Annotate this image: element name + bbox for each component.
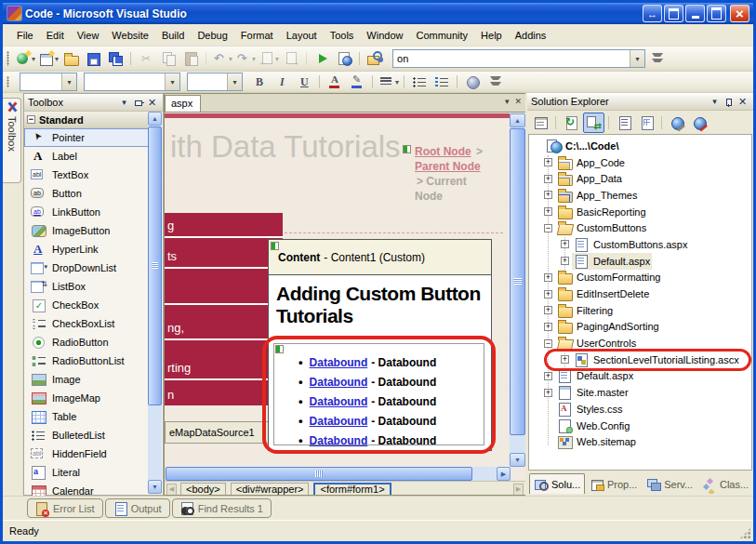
format-combo-3[interactable]: ▾ (187, 73, 243, 91)
panel-tab[interactable]: Serv... (642, 473, 697, 494)
output-tab[interactable]: Error List (27, 498, 103, 518)
toolbox-item[interactable]: LinkButton (24, 203, 149, 221)
foreground-color-button[interactable]: ▾ (325, 72, 346, 92)
tree-item[interactable]: CustomButtons.aspx (529, 236, 751, 253)
content-placeholder-header[interactable]: Content - Content1 (Custom) (269, 240, 491, 275)
copy-website-button[interactable] (583, 113, 604, 133)
menu-item[interactable]: Format (234, 27, 280, 44)
tree-item[interactable]: EditInsertDelete (529, 285, 751, 302)
tree-expander[interactable] (544, 290, 552, 299)
save-all-button[interactable]: ▾ (105, 48, 126, 69)
toolbox-item[interactable]: Label (24, 147, 149, 166)
scroll-down-button[interactable]: ▼ (510, 453, 525, 467)
output-tab[interactable]: Find Results 1 (172, 498, 272, 518)
format-combo-2[interactable]: ▾ (84, 73, 180, 91)
toolbox-item[interactable]: Button (24, 184, 149, 203)
toolbox-item[interactable]: Table (24, 407, 149, 426)
tree-expander[interactable] (544, 372, 552, 380)
minimize-button[interactable] (685, 5, 705, 22)
navigate-forward-button[interactable]: ▾ (281, 48, 302, 69)
combo-dropdown-button[interactable]: ▾ (165, 73, 179, 90)
toolbox-item[interactable]: BulletedList (24, 426, 149, 444)
paste-button[interactable]: ▾ (180, 48, 202, 69)
tree-item[interactable]: SectionLevelTutorialListing.ascx (529, 352, 751, 368)
combo-dropdown-button[interactable]: ▾ (630, 50, 644, 67)
scroll-right-button[interactable]: ▶ (497, 467, 511, 481)
search-combo-value[interactable]: on (393, 53, 630, 64)
refresh-button[interactable] (561, 113, 582, 133)
tree-item[interactable]: Web.sitemap (529, 433, 751, 450)
panel-tab[interactable]: Prop... (585, 473, 642, 494)
toolbox-item[interactable]: DropDownList (24, 259, 149, 277)
sidebar-menu-item[interactable]: rting (165, 340, 283, 378)
menu-item[interactable]: Window (360, 27, 409, 44)
tree-expander[interactable] (544, 175, 552, 183)
tag-nav-left-button[interactable]: ◀ (166, 484, 177, 496)
properties-button[interactable] (530, 113, 551, 133)
window-position-menu-button[interactable]: ▾ (708, 95, 722, 108)
bold-button[interactable]: ▾ (249, 72, 271, 92)
tree-item[interactable]: Web.Config (529, 418, 751, 434)
search-combo[interactable]: on ▾ (392, 49, 645, 68)
toolbox-item[interactable]: ListBox (24, 277, 149, 296)
scroll-up-button[interactable]: ▲ (148, 112, 162, 126)
maximize-button[interactable] (707, 5, 726, 22)
menu-item[interactable]: Layout (280, 27, 324, 44)
menu-item[interactable]: Debug (191, 27, 233, 44)
tree-item[interactable]: CustomFormatting (529, 270, 751, 286)
close-toolbox-button[interactable]: ✕ (145, 96, 159, 109)
toolbox-title-bar[interactable]: Toolbox ▾ ✕ (24, 94, 163, 112)
smart-tag-icon[interactable] (271, 242, 279, 250)
menu-item[interactable]: View (71, 27, 106, 44)
tree-item[interactable]: App_Data (529, 170, 751, 187)
cut-button[interactable]: ▾ (136, 48, 157, 69)
databound-link[interactable]: Databound (310, 395, 368, 408)
breadcrumb-root-link[interactable]: Root Node (415, 145, 471, 158)
document-tab[interactable]: aspx (165, 95, 201, 112)
open-file-button[interactable]: ▾ (60, 48, 82, 69)
close-document-button[interactable]: ✕ (514, 97, 522, 106)
toolbox-item[interactable]: ImageMap (24, 389, 149, 407)
sidebar-menu-item[interactable]: n (165, 380, 283, 405)
designer-vertical-scrollbar[interactable]: ▲ ▼ (510, 113, 525, 467)
menu-item[interactable]: Community (409, 27, 474, 44)
italic-button[interactable]: ▾ (272, 72, 293, 92)
sidebar-menu-item[interactable]: ng, (165, 305, 283, 338)
toolbar-overflow-button[interactable] (650, 49, 661, 68)
scroll-up-button[interactable]: ▲ (510, 113, 525, 127)
toolbox-scrollbar[interactable]: ▲ ▼ (148, 112, 162, 494)
dock-button[interactable] (664, 5, 683, 22)
format-combo-1[interactable]: ▾ (20, 73, 77, 91)
aspnet-configuration-button[interactable] (667, 113, 688, 133)
tree-item[interactable]: BasicReporting (529, 204, 751, 220)
menu-item[interactable]: Tools (324, 27, 361, 44)
tree-item[interactable]: Styles.css (529, 401, 751, 418)
scroll-down-button[interactable]: ▼ (148, 480, 162, 494)
tree-expander[interactable] (544, 323, 552, 331)
window-position-menu-button[interactable]: ▾ (117, 96, 131, 109)
toolbar-overflow-button[interactable] (488, 73, 499, 91)
tutorial-list-control[interactable]: Databound - Databound Databound - Databo… (273, 343, 484, 445)
tree-expander[interactable] (544, 224, 552, 232)
solution-explorer-title-bar[interactable]: Solution Explorer ▾ ✕ (527, 93, 753, 111)
numbered-list-button[interactable]: ▾ (431, 72, 453, 92)
tag-navigator-item[interactable]: <body> (180, 483, 226, 497)
close-button[interactable] (730, 5, 749, 22)
toolbox-side-tab[interactable]: Toolbox (3, 98, 21, 183)
databound-link[interactable]: Databound (310, 415, 368, 428)
smart-tag-icon[interactable] (275, 345, 284, 353)
tree-item[interactable]: CustomButtons (529, 219, 751, 236)
auto-hide-pin-button[interactable] (722, 95, 736, 108)
switch-windows-button[interactable] (643, 5, 662, 22)
underline-button[interactable]: ▾ (294, 72, 315, 92)
active-files-menu-button[interactable]: ▾ (505, 97, 510, 106)
auto-hide-pin-button[interactable] (131, 96, 145, 109)
databound-link[interactable]: Databound (310, 434, 368, 447)
menu-item[interactable]: Edit (40, 27, 71, 44)
menu-item[interactable]: Website (105, 27, 155, 44)
toolbox-item[interactable]: Literal (24, 463, 149, 482)
tree-expander[interactable] (544, 273, 552, 282)
toolbox-item[interactable]: CheckBoxList (24, 314, 149, 333)
website-administration-button[interactable] (689, 113, 710, 133)
toolbox-item[interactable]: HyperLink (24, 240, 149, 259)
